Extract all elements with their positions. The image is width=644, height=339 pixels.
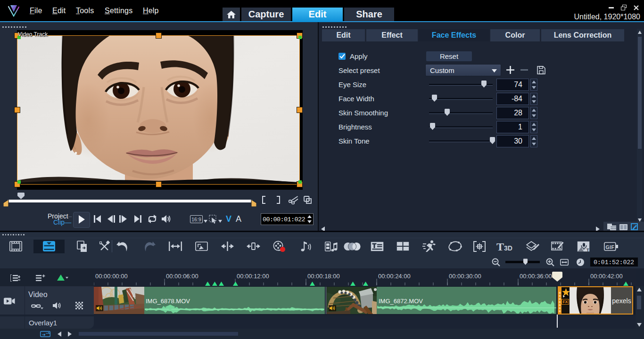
svg-text:T: T [586,248,589,252]
svg-text:GIF: GIF [605,244,614,250]
